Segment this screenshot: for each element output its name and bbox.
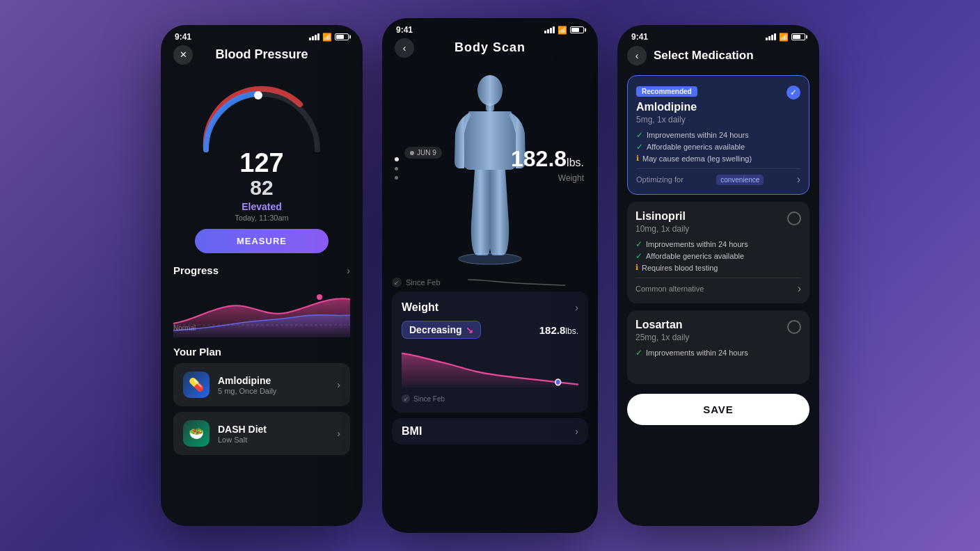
weight-value: 182.8lbs.: [511, 146, 584, 172]
date-label: JUN 9: [417, 149, 436, 157]
amlodipine-desc: 5 mg, Once Daily: [218, 387, 329, 395]
lisinopril-f2: ✓ Affordable generics available: [635, 251, 801, 261]
phone1-header: ✕ Blood Pressure: [173, 45, 350, 62]
page-title-2: Body Scan: [455, 40, 525, 55]
close-button[interactable]: ✕: [173, 45, 193, 65]
progress-chevron[interactable]: ›: [347, 265, 350, 276]
losartan-name: Losartan: [635, 319, 801, 331]
body-scan-area: JUN 9: [382, 61, 598, 276]
feature-1: ✓ Improvements within 24 hours: [636, 130, 800, 140]
diastolic-value: 82: [235, 176, 288, 200]
page-title-3: Select Medication: [654, 49, 754, 63]
svg-point-5: [459, 253, 521, 264]
weight-card-header: Weight ›: [402, 301, 578, 314]
progress-header: Progress ›: [173, 264, 350, 276]
lisinopril-dosage: 10mg, 1x daily: [635, 224, 801, 234]
status-bar-2: 9:41 📶: [382, 18, 598, 38]
plan-section: Your Plan 💊 Amlodipine 5 mg, Once Daily …: [173, 346, 350, 455]
radio-amlodipine[interactable]: ✓: [787, 86, 800, 99]
optimize-label: Optimizing for: [636, 175, 683, 184]
battery-icon-2: [570, 26, 584, 33]
med-card-lisinopril[interactable]: Lisinopril 10mg, 1x daily ✓ Improvements…: [627, 202, 809, 303]
signal-icon-3: [766, 33, 776, 40]
nav-dots: [395, 157, 399, 179]
bp-values: 127 82 Elevated Today, 11:30am: [235, 150, 288, 222]
dash-info: DASH Diet Low Salt: [218, 424, 329, 444]
phone2-header: ‹ Body Scan: [382, 38, 598, 61]
dash-icon: 🥗: [183, 420, 210, 447]
weight-title: Weight: [402, 301, 438, 314]
decreasing-text: Decreasing: [409, 324, 461, 335]
amlodipine-footer: Optimizing for convenience ›: [636, 168, 800, 186]
back-button-3[interactable]: ‹: [627, 46, 647, 65]
down-arrow-icon: ↘: [466, 325, 473, 335]
phone-blood-pressure: 9:41 📶 ✕ Blood Pressure: [161, 25, 363, 526]
gauge-container: 127 82 Elevated Today, 11:30am MEASURE: [173, 73, 350, 253]
dash-desc: Low Salt: [218, 436, 329, 444]
status-icons-1: 📶: [309, 33, 349, 42]
since-feb-row: ↙ Since Feb: [382, 276, 598, 289]
status-icons-2: 📶: [544, 26, 584, 35]
weight-since-feb: ↙ Since Feb: [402, 394, 578, 403]
radio-lisinopril[interactable]: [787, 211, 801, 225]
progress-chart: Normal: [173, 282, 350, 337]
svg-point-3: [477, 75, 503, 106]
phone-medication: 9:41 📶 ‹ Select Medication Recommended ✓…: [617, 25, 819, 526]
normal-label: Normal: [173, 324, 196, 332]
svg-rect-4: [486, 103, 494, 111]
status-time-3: 9:41: [631, 32, 648, 42]
progress-title: Progress: [173, 264, 219, 276]
status-bar-1: 9:41 📶: [161, 25, 363, 45]
wifi-icon-2: 📶: [558, 26, 567, 35]
losartan-f1: ✓ Improvements within 24 hours: [635, 348, 801, 358]
wifi-icon-3: 📶: [779, 33, 789, 42]
phone3-header: ‹ Select Medication: [627, 45, 809, 65]
med-card-amlodipine[interactable]: Recommended ✓ Amlodipine 5mg, 1x daily ✓…: [627, 75, 809, 195]
status-bar-3: 9:41 📶: [617, 25, 819, 45]
lisinopril-f3: ℹ Requires blood testing: [635, 263, 801, 272]
weight-metric-card: Weight › Decreasing ↘ 182.8lbs.: [392, 292, 588, 413]
losartan-features: ✓ Improvements within 24 hours: [635, 348, 801, 358]
plan-item-dash[interactable]: 🥗 DASH Diet Low Salt ›: [173, 412, 350, 455]
battery-icon-3: [791, 33, 805, 40]
svg-point-0: [254, 91, 262, 99]
amlodipine-info: Amlodipine 5 mg, Once Daily: [218, 375, 329, 395]
bp-time: Today, 11:30am: [235, 214, 288, 222]
amlodipine-chevron: ›: [337, 379, 340, 390]
amlodipine-dosage: 5mg, 1x daily: [636, 115, 800, 125]
dash-chevron: ›: [337, 428, 340, 439]
feature-3: ℹ May cause edema (leg swelling): [636, 154, 800, 163]
lisinopril-chevron: ›: [798, 282, 801, 295]
bmi-chevron[interactable]: ›: [575, 426, 578, 437]
weight-chevron[interactable]: ›: [575, 302, 578, 313]
amlodipine-name: Amlodipine: [218, 375, 329, 386]
save-button[interactable]: SAVE: [627, 394, 809, 425]
battery-icon-1: [335, 33, 349, 40]
feature-2: ✓ Affordable generics available: [636, 142, 800, 152]
amlodipine-footer-chevron: ›: [797, 173, 800, 186]
since-feb-chart: [445, 276, 588, 289]
progress-section: Progress ›: [173, 264, 350, 337]
status-time-1: 9:41: [175, 32, 191, 42]
progress-chart-svg: [173, 282, 350, 337]
svg-point-6: [555, 379, 561, 385]
measure-button[interactable]: MEASURE: [195, 229, 329, 253]
page-title-1: Blood Pressure: [215, 47, 308, 62]
med-card-losartan[interactable]: Losartan 25mg, 1x daily ✓ Improvements w…: [627, 310, 809, 384]
weight-label: Weight: [511, 173, 584, 183]
status-time-2: 9:41: [396, 25, 413, 35]
decreasing-badge: Decreasing ↘: [402, 321, 481, 339]
weight-trend-chart: [402, 346, 578, 388]
bmi-title: BMI: [402, 425, 422, 438]
back-button-2[interactable]: ‹: [395, 38, 414, 58]
phone-body-scan: 9:41 📶 ‹ Body Scan JUN 9: [382, 18, 598, 533]
radio-losartan[interactable]: [787, 320, 801, 334]
scan-bottom: Weight › Decreasing ↘ 182.8lbs.: [382, 292, 598, 445]
plan-item-amlodipine[interactable]: 💊 Amlodipine 5 mg, Once Daily ›: [173, 363, 350, 406]
status-icons-3: 📶: [766, 33, 805, 42]
amlodipine-features: ✓ Improvements within 24 hours ✓ Afforda…: [636, 130, 800, 163]
date-pill: JUN 9: [404, 147, 442, 159]
common-alt-label: Common alternative: [635, 285, 704, 293]
bmi-card: BMI ›: [392, 418, 588, 445]
lisinopril-footer: Common alternative ›: [635, 278, 801, 295]
